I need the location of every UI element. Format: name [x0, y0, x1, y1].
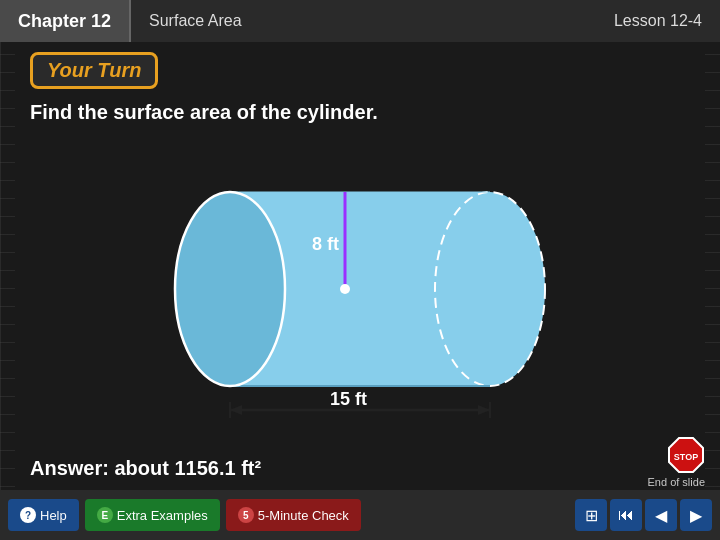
answer-label: Answer: [30, 457, 109, 479]
nav-prev-button[interactable]: ◀ [645, 499, 677, 531]
question-text: Find the surface area of the cylinder. [30, 101, 378, 124]
svg-text:8 ft: 8 ft [312, 234, 339, 254]
extra-icon: E [97, 507, 113, 523]
chapter-label: Chapter 12 [0, 0, 131, 42]
your-turn-text: Your Turn [47, 59, 141, 81]
topic-label: Surface Area [131, 12, 596, 30]
five-icon: 5 [238, 507, 254, 523]
topic-text: Surface Area [149, 12, 242, 29]
answer-area: Answer: about 1156.1 ft² [30, 457, 261, 480]
main-content: Your Turn Find the surface area of the c… [15, 42, 705, 490]
cylinder-svg: 8 ft 15 ft [150, 152, 570, 432]
lesson-text: Lesson 12-4 [614, 12, 702, 29]
top-bar: Chapter 12 Surface Area Lesson 12-4 [0, 0, 720, 42]
nav-buttons: ⊞ ⏮ ◀ ▶ [575, 499, 712, 531]
svg-text:15 ft: 15 ft [330, 389, 367, 409]
help-label: Help [40, 508, 67, 523]
svg-marker-10 [230, 405, 242, 415]
svg-text:STOP: STOP [674, 452, 698, 462]
lesson-label: Lesson 12-4 [596, 12, 720, 30]
nav-next-button[interactable]: ▶ [680, 499, 712, 531]
your-turn-badge: Your Turn [30, 52, 158, 89]
cylinder-illustration: 8 ft 15 ft [30, 134, 690, 449]
nav-prev-skip-button[interactable]: ⏮ [610, 499, 642, 531]
five-minute-check-button[interactable]: 5 5-Minute Check [226, 499, 361, 531]
svg-marker-11 [478, 405, 490, 415]
svg-point-7 [340, 284, 350, 294]
help-icon: ? [20, 507, 36, 523]
five-label: 5-Minute Check [258, 508, 349, 523]
help-button[interactable]: ? Help [8, 499, 79, 531]
extra-label: Extra Examples [117, 508, 208, 523]
answer-value: about 1156.1 ft² [114, 457, 261, 479]
chapter-text: Chapter 12 [18, 11, 111, 32]
nav-home-button[interactable]: ⊞ [575, 499, 607, 531]
end-of-slide-text: End of slide [648, 476, 705, 488]
stop-icon: STOP [667, 436, 705, 474]
extra-examples-button[interactable]: E Extra Examples [85, 499, 220, 531]
svg-point-2 [435, 192, 545, 386]
bottom-bar: ? Help E Extra Examples 5 5-Minute Check… [0, 490, 720, 540]
